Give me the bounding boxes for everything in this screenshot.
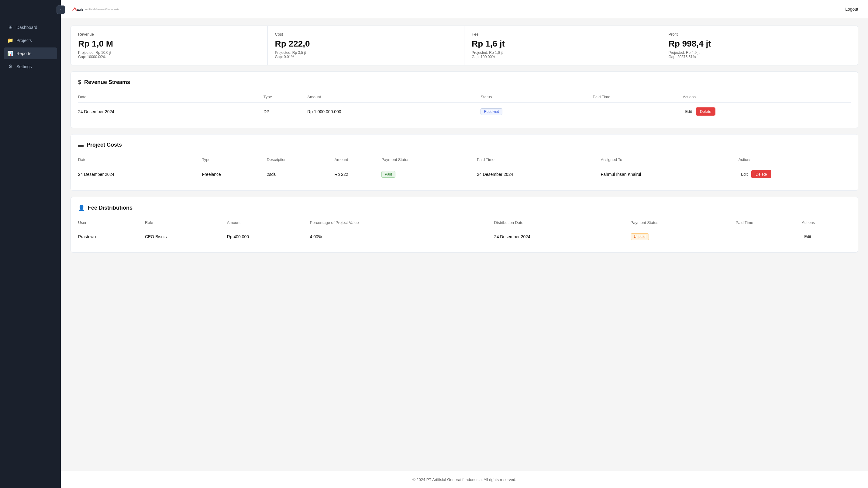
metric-gap-profit: Gap: 20375.51% [669, 55, 851, 59]
metric-card-cost: Cost Rp 222,0 Projected: Rp 3,5 jt Gap: … [268, 26, 465, 65]
metric-value-fee: Rp 1,6 jt [472, 39, 654, 49]
col-assigned-to: Assigned To [601, 154, 739, 165]
col-payment-status: Payment Status [381, 154, 477, 165]
status-badge: Paid [381, 171, 395, 178]
col-amount: Amount [227, 217, 310, 228]
footer-text: © 2024 PT Artifisial Generatif Indonesia… [412, 477, 516, 482]
cell-type: DP [264, 103, 307, 121]
sidebar-item-reports[interactable]: 📊 Reports [4, 48, 57, 59]
cell-amount: Rp 400.000 [227, 228, 310, 245]
cell-actions: Edit Delete [683, 103, 851, 121]
project-costs-title-text: Project Costs [87, 142, 122, 148]
header: agia Artifisial Generatif Indonesia Logo… [61, 0, 868, 18]
logo: agia Artifisial Generatif Indonesia [70, 3, 119, 15]
fee-distributions-title-text: Fee Distributions [88, 205, 132, 211]
col-percentage: Percentage of Project Value [310, 217, 494, 228]
metric-value-cost: Rp 222,0 [275, 39, 457, 49]
chevron-left-icon: ‹ [60, 8, 61, 12]
col-user: User [78, 217, 145, 228]
cell-distribution-date: 24 Desember 2024 [494, 228, 631, 245]
cell-date: 24 Desember 2024 [78, 103, 264, 121]
cell-payment-status: Unpaid [631, 228, 736, 245]
metric-gap-cost: Gap: 0.01% [275, 55, 457, 59]
col-type: Type [202, 154, 267, 165]
sidebar-item-label: Reports [17, 51, 31, 56]
table-row: Prastowo CEO Bisnis Rp 400.000 4.00% 24 … [78, 228, 851, 245]
cell-paid-time: 24 Desember 2024 [477, 165, 601, 183]
col-actions: Actions [802, 217, 851, 228]
status-badge: Received [480, 108, 502, 115]
cell-amount: Rp 1.000.000.000 [307, 103, 480, 121]
sidebar-nav: ⊞ Dashboard 📁 Projects 📊 Reports ⚙ Setti… [0, 21, 61, 73]
metric-card-revenue: Revenue Rp 1,0 M Projected: Rp 10,0 jt G… [71, 26, 268, 65]
edit-button[interactable]: Edit [802, 233, 813, 240]
fee-distributions-section: 👤 Fee Distributions User Role Amount Per… [70, 197, 858, 253]
sidebar-item-projects[interactable]: 📁 Projects [4, 34, 57, 46]
fee-distributions-title: 👤 Fee Distributions [78, 204, 851, 211]
revenue-streams-table: Date Type Amount Status Paid Time Action… [78, 92, 851, 120]
users-icon: 👤 [78, 204, 85, 211]
sidebar: ‹ ⊞ Dashboard 📁 Projects 📊 Reports ⚙ Set… [0, 0, 61, 488]
cell-paid-time: - [736, 228, 802, 245]
cell-date: 24 Desember 2024 [78, 165, 202, 183]
dollar-icon: $ [78, 79, 81, 85]
edit-button[interactable]: Edit [739, 171, 750, 178]
col-paid-time: Paid Time [736, 217, 802, 228]
footer: © 2024 PT Artifisial Generatif Indonesia… [61, 471, 868, 488]
cell-paid-time: - [593, 103, 683, 121]
col-paid-time: Paid Time [477, 154, 601, 165]
settings-icon: ⚙ [7, 64, 13, 69]
edit-button[interactable]: Edit [683, 108, 694, 115]
metric-card-profit: Profit Rp 998,4 jt Projected: Rp 4,9 jt … [661, 26, 858, 65]
col-actions: Actions [683, 92, 851, 103]
col-amount: Amount [307, 92, 480, 103]
metric-gap-fee: Gap: 100.00% [472, 55, 654, 59]
cell-assigned-to: Fahmul Ihsan Khairul [601, 165, 739, 183]
metrics-cards: Revenue Rp 1,0 M Projected: Rp 10,0 jt G… [70, 26, 858, 65]
col-payment-status: Payment Status [631, 217, 736, 228]
metric-gap-revenue: Gap: 10000.00% [78, 55, 260, 59]
status-badge: Unpaid [631, 233, 649, 240]
metric-projected-cost: Projected: Rp 3,5 jt [275, 51, 457, 55]
metric-label-revenue: Revenue [78, 32, 260, 36]
main-content: agia Artifisial Generatif Indonesia Logo… [61, 0, 868, 488]
sidebar-toggle[interactable]: ‹ [57, 5, 65, 14]
col-actions: Actions [739, 154, 851, 165]
cell-description: 2sds [267, 165, 335, 183]
logout-button[interactable]: Logout [845, 7, 858, 11]
cell-payment-status: Paid [381, 165, 477, 183]
metric-projected-fee: Projected: Rp 1,6 jt [472, 51, 654, 55]
metric-label-fee: Fee [472, 32, 654, 36]
sidebar-item-dashboard[interactable]: ⊞ Dashboard [4, 21, 57, 33]
cell-percentage: 4.00% [310, 228, 494, 245]
table-row: 24 Desember 2024 DP Rp 1.000.000.000 Rec… [78, 103, 851, 121]
col-date: Date [78, 92, 264, 103]
col-amount: Amount [334, 154, 381, 165]
cell-amount: Rp 222 [334, 165, 381, 183]
metric-value-revenue: Rp 1,0 M [78, 39, 260, 49]
reports-icon: 📊 [7, 51, 13, 56]
col-role: Role [145, 217, 227, 228]
delete-button[interactable]: Delete [751, 170, 771, 178]
revenue-streams-section: $ Revenue Streams Date Type Amount Statu… [70, 71, 858, 128]
metric-projected-revenue: Projected: Rp 10,0 jt [78, 51, 260, 55]
credit-card-icon: ▬ [78, 142, 84, 148]
sidebar-item-label: Projects [17, 38, 32, 43]
sidebar-item-label: Dashboard [17, 25, 37, 30]
col-type: Type [264, 92, 307, 103]
cell-role: CEO Bisnis [145, 228, 227, 245]
sidebar-item-settings[interactable]: ⚙ Settings [4, 61, 57, 73]
col-distribution-date: Distribution Date [494, 217, 631, 228]
cell-status: Received [480, 103, 593, 121]
revenue-streams-title: $ Revenue Streams [78, 79, 851, 85]
metric-card-fee: Fee Rp 1,6 jt Projected: Rp 1,6 jt Gap: … [464, 26, 661, 65]
logo-svg: agia [70, 3, 83, 15]
cell-actions: Edit [802, 228, 851, 245]
logo-subtitle: Artifisial Generatif Indonesia [85, 8, 119, 11]
dashboard-icon: ⊞ [7, 24, 13, 30]
content-area: Revenue Rp 1,0 M Projected: Rp 10,0 jt G… [61, 18, 868, 471]
delete-button[interactable]: Delete [696, 107, 716, 116]
col-description: Description [267, 154, 335, 165]
projects-icon: 📁 [7, 37, 13, 43]
metric-label-profit: Profit [669, 32, 851, 36]
